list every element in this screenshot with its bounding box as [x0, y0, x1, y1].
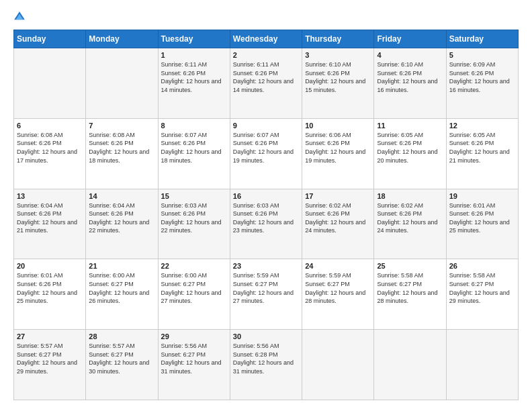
day-detail: Sunrise: 5:57 AM Sunset: 6:27 PM Dayligh…	[89, 342, 154, 375]
calendar-table: SundayMondayTuesdayWednesdayThursdayFrid…	[13, 30, 519, 400]
day-number: 4	[377, 51, 443, 59]
day-number: 14	[89, 192, 154, 200]
day-detail: Sunrise: 6:11 AM Sunset: 6:26 PM Dayligh…	[161, 60, 227, 94]
header	[13, 11, 519, 23]
day-detail: Sunrise: 6:00 AM Sunset: 6:27 PM Dayligh…	[161, 271, 227, 305]
day-number: 16	[233, 192, 299, 200]
day-detail: Sunrise: 6:10 AM Sunset: 6:26 PM Dayligh…	[305, 60, 371, 94]
day-number: 15	[161, 192, 227, 200]
calendar-cell: 25Sunrise: 5:58 AM Sunset: 6:27 PM Dayli…	[374, 259, 446, 330]
day-detail: Sunrise: 6:06 AM Sunset: 6:26 PM Dayligh…	[305, 131, 371, 165]
calendar-cell: 17Sunrise: 6:02 AM Sunset: 6:26 PM Dayli…	[302, 189, 374, 259]
day-detail: Sunrise: 6:07 AM Sunset: 6:26 PM Dayligh…	[161, 131, 227, 165]
calendar-cell: 10Sunrise: 6:06 AM Sunset: 6:26 PM Dayli…	[302, 118, 374, 189]
day-detail: Sunrise: 6:02 AM Sunset: 6:26 PM Dayligh…	[377, 201, 443, 235]
day-number: 1	[161, 51, 227, 59]
day-number: 27	[17, 332, 83, 340]
calendar-cell	[86, 48, 158, 119]
day-number: 30	[233, 332, 299, 340]
day-detail: Sunrise: 5:59 AM Sunset: 6:27 PM Dayligh…	[233, 271, 299, 305]
calendar-cell: 16Sunrise: 6:03 AM Sunset: 6:26 PM Dayli…	[230, 189, 302, 259]
header-day-saturday: Saturday	[446, 30, 518, 48]
day-detail: Sunrise: 6:01 AM Sunset: 6:26 PM Dayligh…	[449, 201, 515, 235]
day-detail: Sunrise: 6:02 AM Sunset: 6:26 PM Dayligh…	[305, 201, 371, 235]
day-detail: Sunrise: 6:07 AM Sunset: 6:26 PM Dayligh…	[233, 131, 299, 165]
day-detail: Sunrise: 6:10 AM Sunset: 6:26 PM Dayligh…	[377, 60, 443, 94]
day-number: 8	[161, 122, 227, 130]
calendar-cell: 4Sunrise: 6:10 AM Sunset: 6:26 PM Daylig…	[374, 48, 446, 119]
day-number: 23	[233, 262, 299, 270]
day-number: 29	[161, 332, 227, 340]
calendar-cell	[302, 330, 374, 400]
day-detail: Sunrise: 5:56 AM Sunset: 6:28 PM Dayligh…	[233, 342, 299, 375]
calendar-cell: 27Sunrise: 5:57 AM Sunset: 6:27 PM Dayli…	[14, 330, 86, 400]
day-number: 5	[449, 51, 515, 59]
week-row-2: 6Sunrise: 6:08 AM Sunset: 6:26 PM Daylig…	[14, 118, 519, 189]
header-day-thursday: Thursday	[302, 30, 374, 48]
week-row-5: 27Sunrise: 5:57 AM Sunset: 6:27 PM Dayli…	[14, 330, 519, 400]
calendar-cell: 23Sunrise: 5:59 AM Sunset: 6:27 PM Dayli…	[230, 259, 302, 330]
logo-icon	[13, 11, 26, 23]
day-detail: Sunrise: 6:00 AM Sunset: 6:27 PM Dayligh…	[89, 271, 154, 305]
calendar-cell: 9Sunrise: 6:07 AM Sunset: 6:26 PM Daylig…	[230, 118, 302, 189]
week-row-1: 1Sunrise: 6:11 AM Sunset: 6:26 PM Daylig…	[14, 48, 519, 119]
calendar-cell: 24Sunrise: 5:59 AM Sunset: 6:27 PM Dayli…	[302, 259, 374, 330]
calendar-cell: 6Sunrise: 6:08 AM Sunset: 6:26 PM Daylig…	[14, 118, 86, 189]
day-detail: Sunrise: 6:08 AM Sunset: 6:26 PM Dayligh…	[17, 131, 83, 165]
day-number: 2	[233, 51, 299, 59]
logo	[13, 11, 28, 23]
calendar-cell: 26Sunrise: 5:58 AM Sunset: 6:27 PM Dayli…	[446, 259, 518, 330]
day-detail: Sunrise: 6:11 AM Sunset: 6:26 PM Dayligh…	[233, 60, 299, 94]
day-number: 25	[377, 262, 443, 270]
day-detail: Sunrise: 6:03 AM Sunset: 6:26 PM Dayligh…	[161, 201, 227, 235]
header-day-monday: Monday	[86, 30, 158, 48]
calendar-cell: 1Sunrise: 6:11 AM Sunset: 6:26 PM Daylig…	[158, 48, 230, 119]
day-number: 21	[89, 262, 154, 270]
day-number: 24	[305, 262, 371, 270]
calendar-cell: 28Sunrise: 5:57 AM Sunset: 6:27 PM Dayli…	[86, 330, 158, 400]
calendar-cell: 5Sunrise: 6:09 AM Sunset: 6:26 PM Daylig…	[446, 48, 518, 119]
day-number: 26	[449, 262, 515, 270]
calendar-cell: 15Sunrise: 6:03 AM Sunset: 6:26 PM Dayli…	[158, 189, 230, 259]
calendar-cell: 20Sunrise: 6:01 AM Sunset: 6:26 PM Dayli…	[14, 259, 86, 330]
header-day-friday: Friday	[374, 30, 446, 48]
header-row: SundayMondayTuesdayWednesdayThursdayFrid…	[14, 30, 519, 48]
calendar-cell: 29Sunrise: 5:56 AM Sunset: 6:27 PM Dayli…	[158, 330, 230, 400]
day-detail: Sunrise: 6:05 AM Sunset: 6:26 PM Dayligh…	[377, 131, 443, 165]
day-number: 20	[17, 262, 83, 270]
calendar-cell: 12Sunrise: 6:05 AM Sunset: 6:26 PM Dayli…	[446, 118, 518, 189]
day-number: 12	[449, 122, 515, 130]
week-row-3: 13Sunrise: 6:04 AM Sunset: 6:26 PM Dayli…	[14, 189, 519, 259]
day-detail: Sunrise: 5:58 AM Sunset: 6:27 PM Dayligh…	[377, 271, 443, 305]
day-number: 11	[377, 122, 443, 130]
day-number: 9	[233, 122, 299, 130]
calendar-cell: 18Sunrise: 6:02 AM Sunset: 6:26 PM Dayli…	[374, 189, 446, 259]
day-detail: Sunrise: 5:58 AM Sunset: 6:27 PM Dayligh…	[449, 271, 515, 305]
calendar-cell: 13Sunrise: 6:04 AM Sunset: 6:26 PM Dayli…	[14, 189, 86, 259]
day-detail: Sunrise: 6:09 AM Sunset: 6:26 PM Dayligh…	[449, 60, 515, 94]
day-detail: Sunrise: 5:59 AM Sunset: 6:27 PM Dayligh…	[305, 271, 371, 305]
day-number: 13	[17, 192, 83, 200]
calendar-cell: 3Sunrise: 6:10 AM Sunset: 6:26 PM Daylig…	[302, 48, 374, 119]
day-detail: Sunrise: 6:08 AM Sunset: 6:26 PM Dayligh…	[89, 131, 154, 165]
day-number: 19	[449, 192, 515, 200]
day-detail: Sunrise: 6:01 AM Sunset: 6:26 PM Dayligh…	[17, 271, 83, 305]
calendar-cell: 8Sunrise: 6:07 AM Sunset: 6:26 PM Daylig…	[158, 118, 230, 189]
calendar-cell: 7Sunrise: 6:08 AM Sunset: 6:26 PM Daylig…	[86, 118, 158, 189]
day-detail: Sunrise: 6:03 AM Sunset: 6:26 PM Dayligh…	[233, 201, 299, 235]
day-number: 3	[305, 51, 371, 59]
calendar-cell: 2Sunrise: 6:11 AM Sunset: 6:26 PM Daylig…	[230, 48, 302, 119]
calendar-cell: 14Sunrise: 6:04 AM Sunset: 6:26 PM Dayli…	[86, 189, 158, 259]
day-number: 17	[305, 192, 371, 200]
calendar-cell	[374, 330, 446, 400]
day-number: 22	[161, 262, 227, 270]
calendar-cell: 30Sunrise: 5:56 AM Sunset: 6:28 PM Dayli…	[230, 330, 302, 400]
calendar-cell: 11Sunrise: 6:05 AM Sunset: 6:26 PM Dayli…	[374, 118, 446, 189]
calendar-cell: 21Sunrise: 6:00 AM Sunset: 6:27 PM Dayli…	[86, 259, 158, 330]
day-detail: Sunrise: 5:56 AM Sunset: 6:27 PM Dayligh…	[161, 342, 227, 375]
day-detail: Sunrise: 6:05 AM Sunset: 6:26 PM Dayligh…	[449, 131, 515, 165]
day-number: 6	[17, 122, 83, 130]
header-day-tuesday: Tuesday	[158, 30, 230, 48]
calendar-cell	[14, 48, 86, 119]
day-detail: Sunrise: 6:04 AM Sunset: 6:26 PM Dayligh…	[89, 201, 154, 235]
